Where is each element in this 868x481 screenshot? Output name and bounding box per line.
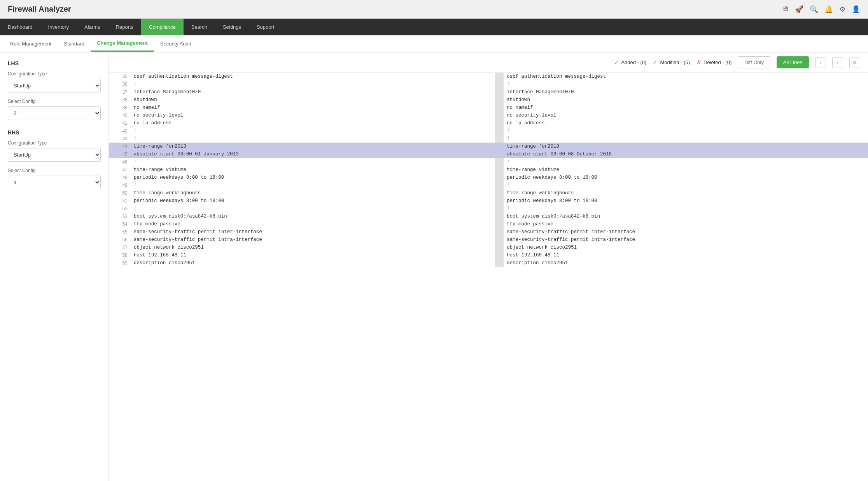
nav-compliance[interactable]: Compliance [141, 19, 184, 35]
table-row: 49!! [109, 181, 868, 189]
line-number: 57 [109, 244, 131, 251]
divider [495, 80, 504, 88]
lhs-content: no ip address [131, 119, 495, 127]
line-number: 37 [109, 88, 131, 96]
nav-reports[interactable]: Reports [108, 19, 142, 35]
gear-icon[interactable]: ⚙ [839, 5, 845, 14]
lhs-content: time-range for2013 [131, 143, 495, 150]
table-row: 45absolute start 08:00 01 January 2013ab… [109, 150, 868, 158]
search-icon[interactable]: 🔍 [810, 5, 818, 14]
rhs-config-type-label: Configuration Type [8, 140, 101, 146]
table-row: 40no security-levelno security-level [109, 112, 868, 119]
table-row: 47time-range vistimetime-range vistime [109, 166, 868, 174]
nav-support[interactable]: Support [249, 19, 282, 35]
rhs-heading: RHS [8, 129, 101, 136]
nav-alarms[interactable]: Alarms [77, 19, 108, 35]
subnav-standard[interactable]: Standard [58, 36, 91, 51]
modified-badge: ✓ Modified - (5) [653, 59, 690, 66]
rhs-content: shutdown [504, 96, 868, 104]
rhs-select-config-select[interactable]: 3 [8, 176, 101, 189]
divider [495, 112, 504, 119]
main-nav: Dashboard Inventory Alarms Reports Compl… [0, 19, 868, 35]
table-row: 35ospf authentication message-digestospf… [109, 73, 868, 80]
rhs-content: ! [504, 158, 868, 166]
line-number: 45 [109, 150, 131, 158]
rhs-content: ! [504, 205, 868, 213]
nav-search[interactable]: Search [184, 19, 215, 35]
divider [495, 244, 504, 251]
lhs-config-type-select[interactable]: StartUp [8, 79, 101, 92]
modified-label: Modified - (5) [660, 59, 690, 65]
rhs-content: no ip address [504, 119, 868, 127]
line-number: 55 [109, 228, 131, 236]
lhs-content: object network cisco2951 [131, 244, 495, 251]
divider [495, 220, 504, 228]
rhs-content: periodic weekdays 8:00 to 18:00 [504, 197, 868, 205]
divider [495, 143, 504, 150]
lhs-content: ! [131, 158, 495, 166]
monitor-icon[interactable]: 🖥 [782, 5, 789, 13]
prev-diff-button[interactable]: ‹ [815, 57, 826, 68]
added-check-icon: ✓ [614, 59, 619, 66]
line-number: 40 [109, 112, 131, 119]
divider [495, 127, 504, 135]
rhs-content: boot system disk0:/asa842-k8.bin [504, 213, 868, 220]
rocket-icon[interactable]: 🚀 [795, 5, 803, 14]
lhs-content: ospf authentication message-digest [131, 73, 495, 80]
diff-toolbar: ✓ Added - (0) ✓ Modified - (5) ✗ Deleted… [109, 52, 868, 73]
line-number: 50 [109, 189, 131, 197]
modified-check-icon: ✓ [653, 59, 658, 66]
nav-inventory[interactable]: Inventory [40, 19, 77, 35]
rhs-config-type-select[interactable]: StartUp [8, 148, 101, 162]
line-number: 53 [109, 213, 131, 220]
divider [495, 73, 504, 80]
lhs-content: shutdown [131, 96, 495, 104]
all-lines-button[interactable]: All Lines [777, 56, 809, 68]
rhs-content: description cisco2951 [504, 259, 868, 267]
table-row: 42!! [109, 127, 868, 135]
divider [495, 135, 504, 143]
subnav-rule-management[interactable]: Rule Management [4, 36, 58, 51]
divider [495, 119, 504, 127]
lhs-content: periodic weekdays 8:00 to 18:00 [131, 197, 495, 205]
divider [495, 158, 504, 166]
deleted-check-icon: ✗ [696, 59, 701, 66]
content-area: LHS Configuration Type StartUp Select Co… [0, 52, 868, 481]
table-row: 53boot system disk0:/asa842-k8.binboot s… [109, 213, 868, 220]
diff-only-button[interactable]: Diff Only [738, 56, 770, 68]
next-diff-button[interactable]: › [832, 57, 843, 68]
lhs-content: interface Management0/0 [131, 88, 495, 96]
app-title: Firewall Analyzer [8, 5, 71, 14]
line-number: 44 [109, 143, 131, 150]
rhs-content: interface Management0/0 [504, 88, 868, 96]
user-icon[interactable]: 👤 [852, 5, 860, 14]
line-number: 46 [109, 158, 131, 166]
close-diff-button[interactable]: ✕ [849, 57, 860, 68]
title-bar: Firewall Analyzer 🖥 🚀 🔍 🔔 ⚙ 👤 [0, 0, 868, 19]
line-number: 54 [109, 220, 131, 228]
lhs-select-config-select[interactable]: 2 [8, 106, 101, 120]
lhs-content: ! [131, 135, 495, 143]
line-number: 51 [109, 197, 131, 205]
rhs-content: ! [504, 181, 868, 189]
lhs-content: same-security-traffic permit inter-inter… [131, 228, 495, 236]
lhs-content: ftp mode passive [131, 220, 495, 228]
rhs-content: absolute start 08:00 08 October 2018 [504, 150, 868, 158]
table-row: 59description cisco2951description cisco… [109, 259, 868, 267]
nav-settings[interactable]: Settings [215, 19, 249, 35]
rhs-content: periodic weekdays 8:00 to 18:00 [504, 174, 868, 181]
nav-dashboard[interactable]: Dashboard [0, 19, 40, 35]
divider [495, 251, 504, 259]
subnav-change-management[interactable]: Change Management [91, 35, 154, 52]
table-row: 46!! [109, 158, 868, 166]
table-row: 57object network cisco2951object network… [109, 244, 868, 251]
subnav-security-audit[interactable]: Security Audit [154, 36, 198, 51]
divider [495, 236, 504, 244]
rhs-content: no nameif [504, 104, 868, 112]
bell-icon[interactable]: 🔔 [824, 5, 833, 14]
table-row: 41no ip addressno ip address [109, 119, 868, 127]
header-icons: 🖥 🚀 🔍 🔔 ⚙ 👤 [782, 5, 860, 14]
divider [495, 197, 504, 205]
table-row: 39no nameifno nameif [109, 104, 868, 112]
divider [495, 96, 504, 104]
